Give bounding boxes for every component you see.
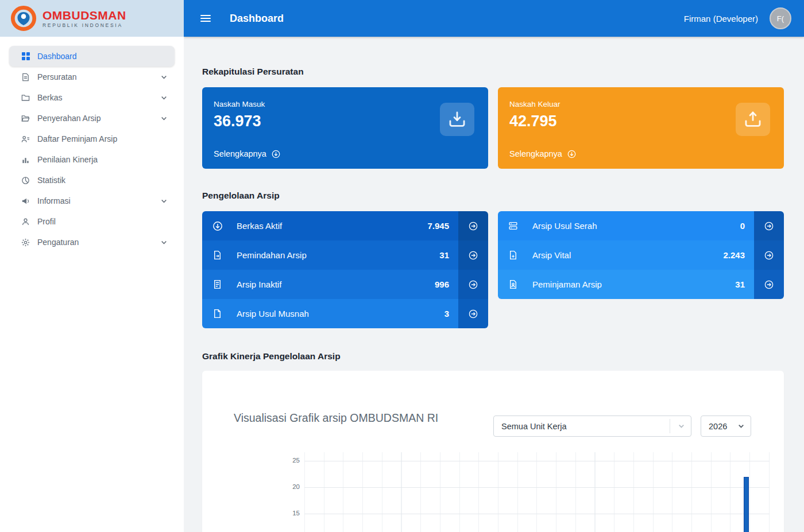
sidebar-item-persuratan[interactable]: Persuratan [9,67,175,87]
year-select[interactable]: 2026 [701,415,751,437]
sidebar-item-informasi[interactable]: Informasi [9,191,175,211]
stat-value: 2.243 [723,250,754,260]
card-label: Naskah Masuk [214,100,477,108]
sidebar-item-daftar-peminjam-arsip[interactable]: Daftar Peminjam Arsip [9,129,175,149]
stat-row-main: Peminjaman Arsip 31 [498,270,754,299]
megaphone-icon [21,196,30,206]
chevron-down-icon [678,422,685,430]
horizontal-gridline [304,461,770,461]
sidebar-item-statistik[interactable]: Statistik [9,170,175,191]
stat-row-arsip-inaktif: Arsip Inaktif 996 [202,270,488,299]
card-naskah-masuk: Naskah Masuk 36.973 Selengkapnya [202,87,488,169]
stat-row-arsip-usul-serah: Arsip Usul Serah 0 [498,211,784,240]
folder-open-icon [21,114,30,123]
chevron-down-icon [737,422,745,430]
inbox-tray-up-icon [736,103,770,136]
brand-subtitle: REPUBLIK INDONESIA [42,23,126,28]
circle-arrow-button[interactable] [458,240,488,270]
sidebar-item-label: Pengaturan [37,238,160,247]
sidebar-item-label: Statistik [37,176,168,185]
stat-row-main: Berkas Aktif 7.945 [202,211,458,240]
gear-icon [21,238,30,247]
chart-title: Visualisasi Grafik arsip OMBUDSMAN RI [234,411,438,425]
user-name[interactable]: Firman (Developer) [684,14,758,24]
sidebar-item-label: Informasi [37,196,160,205]
stat-row-berkas-aktif: Berkas Aktif 7.945 [202,211,488,240]
sidebar-item-label: Penyerahan Arsip [37,114,160,123]
circle-arrow-button[interactable] [754,270,784,299]
brand-text: OMBUDSMAN REPUBLIK INDONESIA [42,9,126,28]
circle-arrow-down-icon [272,150,280,158]
chart-card: Visualisasi Grafik arsip OMBUDSMAN RI Se… [202,371,784,532]
card-naskah-keluar: Naskah Keluar 42.795 Selengkapnya [498,87,784,169]
stat-row-main: Arsip Vital 2.243 [498,240,754,270]
stat-label: Peminjaman Arsip [532,279,735,289]
inbox-tray-down-icon [440,103,474,136]
circle-arrow-button[interactable] [458,211,488,240]
bar-chart-icon [21,155,30,165]
file-lines-icon [209,279,237,289]
sidebar-item-profil[interactable]: Profil [9,211,175,232]
sidebar-item-label: Profil [37,217,168,226]
pie-chart-icon [21,176,30,185]
document-icon [21,72,30,82]
circle-arrow-button[interactable] [458,270,488,299]
card-value: 42.795 [509,112,772,130]
stat-value: 31 [439,250,458,260]
stat-label: Arsip Vital [532,250,723,260]
select-divider [670,419,670,433]
sidebar-item-berkas[interactable]: Berkas [9,87,175,108]
year-selected-value: 2026 [709,422,727,431]
sidebar-item-label: Persuratan [37,72,160,81]
sidebar-item-label: Dashboard [37,52,168,61]
sidebar-item-dashboard[interactable]: Dashboard [9,46,175,67]
sidebar-item-penilaian-kinerja[interactable]: Penilaian Kinerja [9,149,175,170]
stat-value: 996 [435,279,458,289]
main: Dashboard Firman (Developer) F( Rekapitu… [184,0,804,532]
arsip-stacks-row: Berkas Aktif 7.945 Pemindahan Arsip [202,211,784,328]
content: Rekapitulasi Persuratan Naskah Masuk 36.… [184,37,804,532]
app: OMBUDSMAN REPUBLIK INDONESIA Dashboard P… [0,0,804,532]
stat-row-arsip-vital: Arsip Vital 2.243 [498,240,784,270]
section-title-grafik: Grafik Kinerja Pengelolaan Arsip [202,351,784,362]
avatar[interactable]: F( [770,7,791,29]
selengkapnya-link[interactable]: Selengkapnya [509,149,772,158]
sidebar-item-label: Daftar Peminjam Arsip [37,134,168,143]
sidebar-item-label: Penilaian Kinerja [37,155,168,164]
selengkapnya-link[interactable]: Selengkapnya [214,149,477,158]
unit-kerja-select[interactable]: Semua Unit Kerja [493,415,691,437]
horizontal-gridline [304,514,770,514]
chevron-down-icon [160,239,168,246]
circle-arrow-button[interactable] [754,211,784,240]
user-icon [21,217,30,227]
hamburger-menu-icon[interactable] [195,8,216,29]
page-title: Dashboard [230,13,284,25]
stat-label: Arsip Usul Serah [532,221,740,231]
selengkapnya-label: Selengkapnya [509,149,562,158]
stat-row-main: Arsip Usul Serah 0 [498,211,754,240]
sidebar-item-pengaturan[interactable]: Pengaturan [9,232,175,253]
sidebar-item-penyerahan-arsip[interactable]: Penyerahan Arsip [9,108,175,129]
arsip-stack-right: Arsip Usul Serah 0 Arsip Vital [498,211,784,299]
stat-value: 0 [740,221,754,231]
chevron-down-icon [160,73,168,81]
circle-arrow-down-icon [567,150,576,158]
circle-arrow-button[interactable] [754,240,784,270]
selengkapnya-label: Selengkapnya [214,149,266,158]
stat-value: 3 [444,309,458,319]
circle-arrow-button[interactable] [458,299,488,328]
arsip-stack-left: Berkas Aktif 7.945 Pemindahan Arsip [202,211,488,328]
file-user-icon [505,279,532,289]
stat-label: Arsip Inaktif [237,279,435,289]
sidebar: OMBUDSMAN REPUBLIK INDONESIA Dashboard P… [0,0,184,532]
server-icon [505,221,532,231]
chevron-down-icon [160,197,168,205]
topbar: Dashboard Firman (Developer) F( [184,0,804,37]
card-value: 36.973 [214,112,477,130]
unit-kerja-selected-value: Semua Unit Kerja [501,422,567,431]
ombudsman-logo [10,5,37,32]
y-axis-tick-label: 15 [285,510,300,517]
stat-row-pemindahan-arsip: Pemindahan Arsip 31 [202,240,488,270]
stat-row-main: Arsip Usul Musnah 3 [202,299,458,328]
chart-plot-area: 252015 [304,452,770,532]
